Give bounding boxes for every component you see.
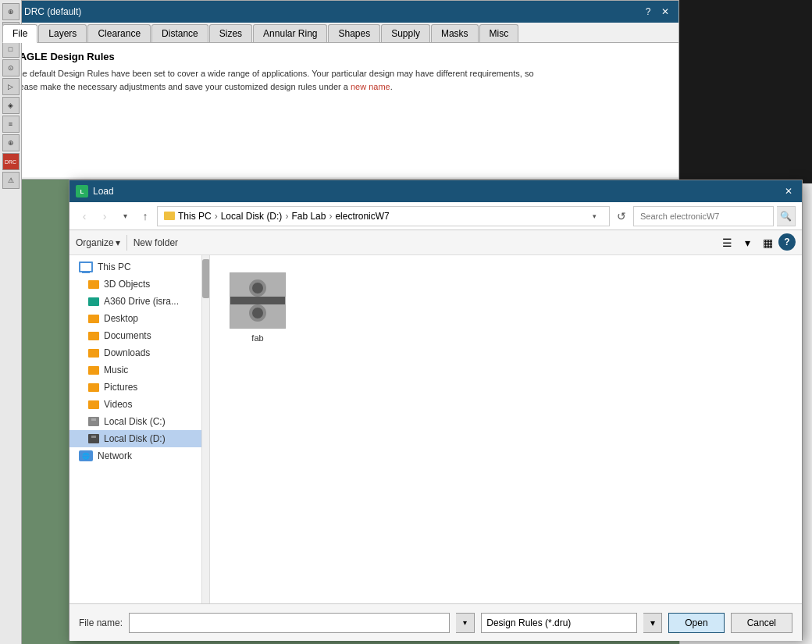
dialog-titlebar-left: L Load <box>76 185 114 197</box>
path-this-pc[interactable]: This PC <box>178 211 212 222</box>
up-button[interactable]: ↑ <box>137 208 154 225</box>
nav-label-music: Music <box>104 365 128 375</box>
nav-item-network[interactable]: 🌐 Network <box>69 447 209 464</box>
pcb-pad-bottom <box>249 304 266 322</box>
toolbar-btn-5[interactable]: ▷ <box>2 78 20 95</box>
drc-background-window: DRC DRC (default) ? ✕ File Layers Cleara… <box>0 0 679 180</box>
nav-label-disk-d: Local Disk (D:) <box>104 433 166 444</box>
nav-item-3d-objects[interactable]: 3D Objects <box>69 276 209 293</box>
refresh-button[interactable]: ↺ <box>613 208 630 225</box>
path-electronic-w7[interactable]: electronicW7 <box>335 211 389 222</box>
scrollbar-thumb[interactable] <box>202 259 210 298</box>
view-controls: ☰ ▾ ▦ ? <box>718 233 796 252</box>
nav-item-downloads[interactable]: Downloads <box>69 344 209 361</box>
help-button[interactable]: ? <box>641 5 655 19</box>
dialog-app-icon: L <box>76 185 88 197</box>
tab-layers[interactable]: Layers <box>38 24 87 42</box>
view-details-button[interactable]: ▦ <box>758 233 777 252</box>
nav-label-videos: Videos <box>104 399 132 410</box>
filetype-select[interactable]: Design Rules (*.dru) <box>481 613 637 633</box>
nav-item-disk-c[interactable]: Local Disk (C:) <box>69 413 209 430</box>
scrollbar-track[interactable] <box>201 255 209 603</box>
toolbar-btn-8[interactable]: ⊕ <box>2 134 20 151</box>
toolbar-btn-1[interactable]: ⊕ <box>2 3 20 20</box>
back-button[interactable]: ‹ <box>76 208 93 225</box>
file-main-area: This PC 3D Objects A360 Drive (isra... D… <box>69 255 802 603</box>
file-label-fab: fab <box>251 333 263 343</box>
nav-item-documents[interactable]: Documents <box>69 327 209 344</box>
app-title: DRC (default) <box>24 6 81 17</box>
address-dropdown-button[interactable]: ▾ <box>586 208 603 225</box>
nav-item-videos[interactable]: Videos <box>69 396 209 413</box>
dialog-bottom-bar: File name: ▾ Design Rules (*.dru) ▾ Open… <box>69 603 802 641</box>
toolbar-btn-3[interactable]: □ <box>2 41 20 58</box>
filename-input[interactable] <box>129 613 450 633</box>
tab-file[interactable]: File <box>2 24 37 43</box>
tab-misc[interactable]: Misc <box>479 24 519 42</box>
tab-supply[interactable]: Supply <box>381 24 430 42</box>
path-local-disk-d[interactable]: Local Disk (D:) <box>221 211 283 222</box>
dialog-titlebar: L Load ✕ <box>69 180 802 202</box>
nav-item-disk-d[interactable]: Local Disk (D:) <box>69 430 209 447</box>
path-folder-icon <box>164 212 175 220</box>
nav-item-desktop[interactable]: Desktop <box>69 310 209 327</box>
nav-item-a360[interactable]: A360 Drive (isra... <box>69 293 209 310</box>
tab-distance[interactable]: Distance <box>151 24 208 42</box>
pcb-track-h <box>230 297 285 304</box>
folder-icon-3d <box>88 280 99 289</box>
nav-item-this-pc[interactable]: This PC <box>69 258 209 276</box>
nav-label-documents: Documents <box>104 330 151 341</box>
toolbar-btn-4[interactable]: ⊙ <box>2 59 20 76</box>
nav-label-this-pc: This PC <box>98 262 131 272</box>
tab-annular-ring[interactable]: Annular Ring <box>253 24 327 42</box>
view-list-button[interactable]: ☰ <box>718 233 736 252</box>
search-button[interactable]: 🔍 <box>777 206 796 226</box>
tab-shapes[interactable]: Shapes <box>328 24 380 42</box>
forward-button[interactable]: › <box>96 208 113 225</box>
tab-clearance[interactable]: Clearance <box>87 24 151 42</box>
organize-button[interactable]: Organize ▾ <box>76 237 120 248</box>
network-icon: 🌐 <box>79 450 93 461</box>
filename-dropdown-button[interactable]: ▾ <box>456 613 475 633</box>
nav-label-network: Network <box>98 450 132 461</box>
nav-label-downloads: Downloads <box>104 347 150 358</box>
help-circle-button[interactable]: ? <box>778 233 796 251</box>
search-input[interactable] <box>633 206 774 226</box>
left-toolbar: ⊕ ⌒ □ ⊙ ▷ ◈ ≡ ⊕ DRC ⚠ <box>0 0 22 644</box>
drc-title: EAGLE Design Rules <box>12 51 667 62</box>
toolbar-btn-9[interactable]: ⚠ <box>2 172 20 189</box>
recent-button[interactable]: ▾ <box>116 208 134 225</box>
disk-icon-d <box>88 434 99 443</box>
folder-icon-a360 <box>88 297 99 306</box>
dialog-close-button[interactable]: ✕ <box>782 184 796 198</box>
organize-chevron: ▾ <box>116 237 120 248</box>
file-item-fab[interactable]: fab <box>223 268 293 347</box>
tab-sizes[interactable]: Sizes <box>209 24 252 42</box>
drc-tab-bar: File Layers Clearance Distance Sizes Ann… <box>1 23 678 43</box>
drc-small-btn[interactable]: DRC <box>2 153 20 170</box>
pc-icon <box>79 262 93 272</box>
new-name-link[interactable]: new name <box>351 82 390 91</box>
nav-label-pictures: Pictures <box>104 382 137 393</box>
new-folder-button[interactable]: New folder <box>134 237 178 248</box>
titlebar-controls: ? ✕ <box>641 5 672 19</box>
nav-item-music[interactable]: Music <box>69 361 209 379</box>
file-content-area: fab <box>210 255 802 603</box>
address-bar: ‹ › ▾ ↑ This PC › Local Disk (D:) › Fab … <box>69 202 802 230</box>
folder-icon-music <box>88 366 99 375</box>
open-button[interactable]: Open <box>668 613 724 633</box>
path-fab-lab[interactable]: Fab Lab <box>291 211 326 222</box>
cancel-button[interactable]: Cancel <box>731 613 792 633</box>
toolbar-btn-6[interactable]: ◈ <box>2 97 20 114</box>
view-dropdown-button[interactable]: ▾ <box>738 233 757 252</box>
folder-icon-desktop <box>88 315 99 323</box>
address-path[interactable]: This PC › Local Disk (D:) › Fab Lab › el… <box>157 206 610 226</box>
nav-label-desktop: Desktop <box>104 313 138 324</box>
filename-label: File name: <box>79 617 123 628</box>
tab-masks[interactable]: Masks <box>431 24 479 42</box>
toolbar-btn-7[interactable]: ≡ <box>2 116 20 133</box>
filetype-dropdown-button[interactable]: ▾ <box>643 613 662 633</box>
close-button[interactable]: ✕ <box>658 5 672 19</box>
nav-item-pictures[interactable]: Pictures <box>69 379 209 396</box>
background-dark-panel <box>679 0 812 183</box>
